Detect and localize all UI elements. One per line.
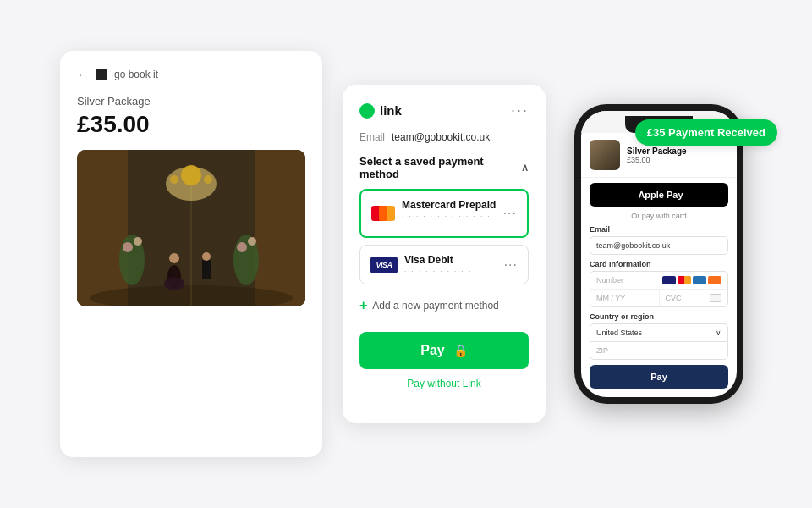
phone-product-info: Silver Package £35.00 [627,146,687,164]
country-value: United States [596,329,642,337]
visa-icon: VISA [370,257,398,273]
email-row: Email team@gobookit.co.uk [359,131,529,143]
add-plus-icon: + [359,298,367,313]
phone-frame: Silver Package £35.00 Apple Pay Or pay w… [574,104,743,404]
zip-input[interactable]: ZIP [590,342,728,360]
svg-point-16 [134,237,142,246]
phone-payment-section: Apple Pay Or pay with card Email team@go… [581,178,737,397]
left-card: ← go book it Silver Package £35.00 [60,51,322,457]
package-label: Silver Package [77,95,305,108]
phone-product-thumb [590,140,620,170]
cvc-field[interactable]: CVC [660,290,728,306]
card-name-mc: Mastercard Prepaid [402,199,497,211]
svg-point-18 [237,242,247,252]
svg-point-10 [169,253,179,263]
expiry-cvc-row: MM / YY CVC [590,290,727,306]
card-icons-row [662,276,721,284]
chevron-up-icon[interactable]: ∧ [521,162,529,174]
middle-card: link ··· Email team@gobookit.co.uk Selec… [343,85,546,423]
back-arrow-icon[interactable]: ← [77,68,89,81]
phone-product-name: Silver Package [627,146,687,156]
mc-mini-icon [678,276,691,284]
chevron-down-icon: ∨ [716,329,721,337]
pay-without-link[interactable]: Pay without Link [359,378,529,389]
card-dots-visa: · · · · · · · · · · [404,268,497,275]
phone-card-info-label: Card Information [590,260,728,268]
expiry-field[interactable]: MM / YY [590,290,660,306]
apple-pay-label: Apple Pay [638,190,683,200]
card-info-box: Number MM / YY CVC [590,271,728,307]
payment-option-mastercard[interactable]: Mastercard Prepaid · · · · · · · · · · ·… [359,189,529,238]
svg-point-13 [202,252,211,261]
link-brand-name: link [380,103,402,118]
browser-bar: ← go book it [77,68,305,81]
disc-mini-icon [708,276,721,284]
svg-rect-1 [77,150,128,306]
svg-point-11 [164,277,184,290]
country-select[interactable]: United States ∨ [590,323,728,342]
browser-url: go book it [114,69,158,80]
phone-product-price: £35.00 [627,156,687,164]
payment-option-visa[interactable]: VISA Visa Debit · · · · · · · · · · ··· [359,245,529,284]
phone-inner: Silver Package £35.00 Apple Pay Or pay w… [581,111,737,397]
svg-point-19 [248,237,256,246]
price-display: £35.00 [77,111,305,138]
mastercard-icon [371,206,395,221]
svg-point-8 [204,175,212,184]
phone-pay-button[interactable]: Pay [590,365,728,389]
svg-rect-12 [202,260,211,279]
card-dots-mc: · · · · · · · · · · · · · · [402,213,497,228]
amex-mini-icon [693,276,706,284]
card-number-row: Number [590,272,727,290]
more-options-icon[interactable]: ··· [511,102,529,119]
country-label: Country or region [590,312,728,321]
apple-pay-button[interactable]: Apple Pay [590,183,728,207]
card-name-visa: Visa Debit [404,254,497,266]
svg-point-7 [170,175,178,184]
pay-button[interactable]: Pay 🔒 [359,332,529,369]
card-number-placeholder[interactable]: Number [596,276,623,284]
svg-rect-2 [255,150,305,306]
cvc-icon [710,294,721,302]
payment-received-badge: £35 Payment Received [635,119,777,146]
visa-mini-icon [662,276,676,284]
link-dot-icon [359,103,375,119]
card-option-menu-visa[interactable]: ··· [504,257,518,273]
payment-section-title: Select a saved payment method ∧ [359,155,529,180]
svg-point-15 [123,242,133,252]
pay-button-label: Pay [420,343,444,358]
add-payment-label: Add a new payment method [372,300,498,312]
favicon-icon [96,69,107,80]
email-label: Email [359,131,385,143]
svg-point-6 [181,165,201,185]
phone-email-label: Email [590,225,728,234]
lock-icon: 🔒 [453,344,468,357]
or-pay-text: Or pay with card [590,212,728,220]
venue-image [77,150,305,306]
add-payment-button[interactable]: + Add a new payment method [359,291,529,320]
link-header: link ··· [359,102,529,119]
card-option-menu-mc[interactable]: ··· [503,206,517,221]
phone-wrapper: £35 Payment Received Silver Package £35.… [566,104,752,404]
link-logo: link [359,103,402,119]
phone-email-input[interactable]: team@gobookit.co.uk [590,236,728,255]
email-value: team@gobookit.co.uk [392,131,490,143]
phone-content: Silver Package £35.00 Apple Pay Or pay w… [581,133,737,397]
